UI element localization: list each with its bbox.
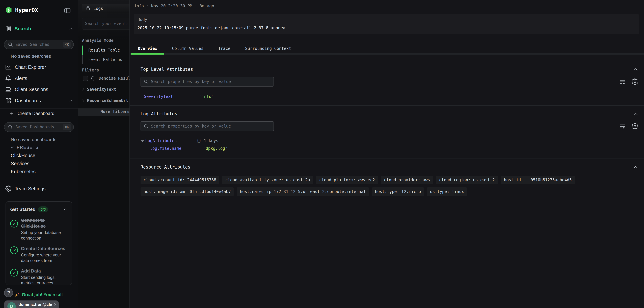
bell-icon: [5, 75, 12, 82]
logs-source-icon: [85, 6, 91, 11]
gear-icon[interactable]: [631, 78, 639, 86]
attribute-key[interactable]: log.file.name: [150, 146, 203, 151]
wrap-lines-icon[interactable]: [618, 122, 626, 130]
tab-overview[interactable]: Overview: [131, 43, 164, 53]
party-popper-icon: [14, 292, 20, 298]
chevron-right-icon: [82, 87, 85, 91]
get-started-step-add-data[interactable]: Add Data Start sending logs, metrics, or…: [10, 268, 68, 286]
user-menu[interactable]: D dominic.tran@clic... dominic.tran@clic…: [4, 301, 59, 308]
gear-icon: [5, 185, 12, 192]
denoise-checkbox[interactable]: [83, 76, 88, 81]
search-icon: [8, 42, 13, 47]
resource-pill[interactable]: cloud.region: us-east-2: [436, 176, 498, 184]
step-desc: Set up your database connection: [21, 230, 68, 241]
chevron-up-icon[interactable]: [63, 208, 68, 211]
chevron-up-icon[interactable]: [68, 99, 73, 102]
preset-clickhouse[interactable]: ClickHouse: [11, 153, 36, 158]
log-attrs-search-box[interactable]: [140, 121, 274, 131]
resource-pill[interactable]: host.name: ip-172-31-12-5.us-east-2.comp…: [237, 187, 369, 196]
sidebar-collapse-icon[interactable]: [64, 8, 71, 13]
attribute-row: log.file.name "dpkg.log": [150, 146, 639, 151]
chevron-right-icon: [53, 303, 56, 307]
gear-icon[interactable]: [631, 122, 639, 130]
filter-group-severitytext[interactable]: SeverityText: [82, 87, 116, 92]
resource-pill[interactable]: os.type: linux: [427, 187, 467, 196]
saved-searches-search[interactable]: ⌘K: [4, 40, 74, 49]
resource-pill[interactable]: host.image.id: ami-0f5fcdfbd140e4ab7: [140, 187, 234, 196]
resource-pill[interactable]: cloud.account.id: 244449518788: [140, 176, 219, 184]
attribute-key[interactable]: LogAttributes: [141, 139, 196, 143]
sidebar-item-search[interactable]: Search: [5, 25, 73, 32]
top-level-search-input[interactable]: [151, 79, 271, 84]
resource-pill-list: cloud.account.id: 244449518788 cloud.ava…: [140, 176, 639, 196]
collapse-section-button[interactable]: [632, 165, 639, 169]
presets-label: PRESETS: [17, 145, 39, 150]
collapse-section-button[interactable]: [632, 67, 639, 72]
collapse-section-button[interactable]: [632, 112, 639, 116]
tab-surrounding-context[interactable]: Surrounding Context: [238, 43, 298, 53]
tab-trace[interactable]: Trace: [212, 43, 237, 53]
event-body-box: Body 2025-10-22 10:15:09 purge fonts-dej…: [134, 14, 639, 34]
preset-kubernetes[interactable]: Kubernetes: [11, 169, 36, 174]
check-circle-icon: [10, 220, 18, 227]
sidebar-item-dashboards[interactable]: Dashboards: [5, 97, 73, 104]
filter-group-label: ResourceSchemaUrl: [87, 98, 128, 103]
chevron-right-icon: [82, 99, 85, 103]
event-header: info · Nov 20 2:20:30 PM · 3m ago: [134, 4, 214, 8]
top-level-search-box[interactable]: [140, 77, 274, 87]
sidebar-item-alerts[interactable]: Alerts: [5, 74, 73, 82]
section-title: Resource Attributes: [140, 164, 190, 169]
section-resource-attributes: Resource Attributes cloud.account.id: 24…: [130, 159, 644, 208]
get-started-card: Get Started 3/3 Connect to ClickHouse Se…: [6, 201, 72, 285]
attribute-tree-root: LogAttributes {} 1 keys: [141, 139, 639, 143]
denoise-results-toggle[interactable]: Denoise Results: [83, 76, 135, 81]
shortcut-badge: ⌘K: [63, 42, 71, 47]
app-logo[interactable]: HyperDX: [5, 6, 38, 14]
attribute-value[interactable]: "dpkg.log": [203, 146, 228, 151]
preset-services[interactable]: Services: [11, 161, 29, 166]
attribute-value[interactable]: "info": [199, 94, 214, 99]
nav-label: Chart Explorer: [15, 64, 46, 70]
chevron-up-icon[interactable]: [68, 27, 73, 30]
tab-column-values[interactable]: Column Values: [165, 43, 210, 53]
user-email: dominic.tran@clickho...: [18, 307, 52, 308]
journal-icon: [5, 25, 12, 32]
celebration-note: Great job! You're all: [14, 292, 63, 298]
hyperdx-app: HyperDX Search ⌘K No saved: [0, 0, 644, 308]
shortcut-badge: ⌘K: [63, 124, 71, 130]
collapse-triangle-icon: [141, 141, 144, 142]
resource-pill[interactable]: cloud.platform: aws_ec2: [316, 176, 378, 184]
dashboard-icon: [5, 97, 12, 104]
check-circle-icon: [10, 246, 18, 254]
saved-dashboards-search[interactable]: ⌘K: [4, 122, 74, 132]
resource-pill[interactable]: host.id: i-0510b81275acbe4d5: [501, 176, 575, 184]
sidebar-item-chart-explorer[interactable]: Chart Explorer: [5, 63, 73, 71]
detail-tabs: Overview Column Values Trace Surrounding…: [130, 43, 644, 55]
help-button[interactable]: ?: [4, 288, 13, 297]
log-attrs-search-input[interactable]: [151, 124, 271, 129]
user-name: dominic.tran@clic...: [18, 302, 52, 307]
check-circle-icon: [10, 269, 18, 277]
sidebar-search-label: Search: [14, 26, 31, 31]
sidebar-item-team-settings[interactable]: Team Settings: [5, 185, 46, 192]
filter-group-resourceschemaurl[interactable]: ResourceSchemaUrl: [82, 98, 128, 103]
resource-pill[interactable]: cloud.provider: aws: [381, 176, 433, 184]
saved-searches-input[interactable]: [16, 42, 60, 47]
divider: [0, 109, 78, 109]
get-started-step-datasources[interactable]: Create Data Sources Configure where your…: [10, 246, 68, 263]
hyperdx-logo-icon: [5, 6, 12, 14]
wrap-lines-icon[interactable]: [618, 78, 626, 86]
overview-sections: Top Level Attributes: [130, 56, 644, 308]
sidebar-item-client-sessions[interactable]: Client Sessions: [5, 86, 73, 93]
attribute-key[interactable]: SeverityText: [144, 94, 199, 99]
get-started-progress-badge: 3/3: [38, 206, 48, 212]
denoise-icon: [91, 76, 96, 81]
presets-toggle[interactable]: PRESETS: [10, 145, 39, 150]
resource-pill[interactable]: cloud.availability_zone: us-east-2a: [222, 176, 313, 184]
get-started-step-connect[interactable]: Connect to ClickHouse Set up your databa…: [10, 217, 68, 241]
body-content: 2025-10-22 10:15:09 purge fonts-dejavu-c…: [138, 26, 635, 30]
resource-pill[interactable]: host.type: t2.micro: [372, 187, 424, 196]
create-dashboard-button[interactable]: Create Dashboard: [10, 111, 54, 116]
saved-dashboards-input[interactable]: [16, 125, 60, 129]
get-started-title: Get Started: [10, 207, 36, 212]
